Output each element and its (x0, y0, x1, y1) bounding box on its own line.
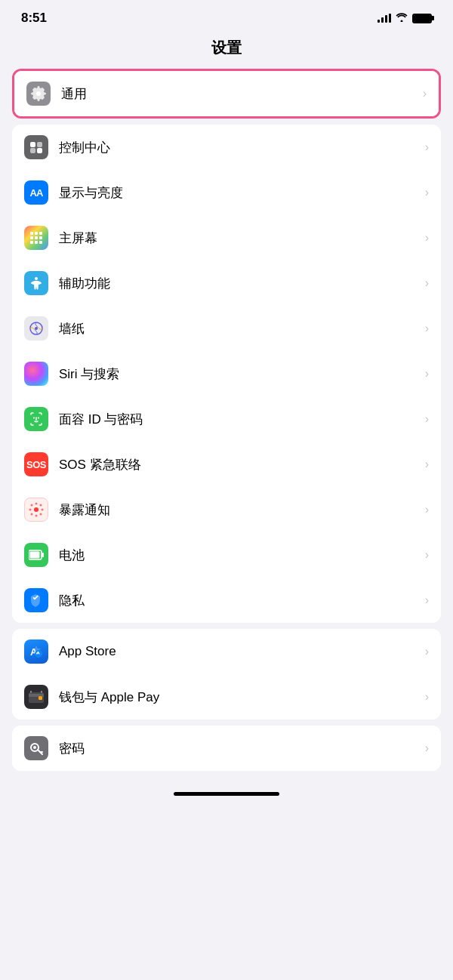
gear-icon (26, 82, 51, 106)
sidebar-item-display[interactable]: AA 显示与亮度 › (12, 170, 441, 215)
sidebar-item-wallet[interactable]: 钱包与 Apple Pay › (12, 674, 441, 720)
sidebar-item-battery[interactable]: 电池 › (12, 532, 441, 578)
display-label: 显示与亮度 (59, 184, 421, 202)
chevron-icon: › (425, 186, 429, 199)
svg-rect-9 (39, 236, 42, 239)
display-icon: AA (24, 180, 48, 205)
privacy-label: 隐私 (59, 592, 421, 609)
chevron-icon: › (425, 367, 429, 381)
svg-rect-7 (30, 236, 33, 239)
homescreen-icon (24, 226, 48, 250)
svg-point-19 (40, 504, 42, 507)
chevron-icon: › (425, 503, 429, 516)
svg-point-17 (31, 504, 33, 507)
wallet-label: 钱包与 Apple Pay (59, 689, 421, 706)
sidebar-item-accessibility[interactable]: 辅助功能 › (12, 260, 441, 306)
general-label: 通用 (61, 85, 418, 103)
svg-rect-8 (35, 236, 38, 239)
sos-icon: SOS (24, 452, 48, 476)
passwords-label: 密码 (59, 740, 421, 757)
accessibility-icon (24, 271, 48, 295)
sidebar-item-exposure[interactable]: 暴露通知 › (12, 487, 441, 532)
chevron-icon: › (425, 458, 429, 471)
sidebar-item-app-store[interactable]: A App Store › (12, 629, 441, 674)
svg-point-15 (35, 327, 38, 330)
control-center-label: 控制中心 (59, 139, 421, 156)
wallpaper-label: 墙纸 (59, 320, 421, 337)
sidebar-item-control-center[interactable]: 控制中心 › (12, 125, 441, 170)
svg-point-23 (31, 513, 33, 516)
chevron-icon: › (425, 276, 429, 290)
svg-rect-12 (39, 241, 42, 244)
chevron-icon: › (423, 87, 427, 100)
sidebar-item-general[interactable]: 通用 › (14, 71, 439, 116)
password-section: 密码 › (12, 726, 441, 771)
chevron-icon: › (425, 231, 429, 245)
appstore-icon: A (24, 639, 48, 664)
svg-point-29 (35, 650, 42, 658)
exposure-icon (24, 498, 48, 522)
status-bar: 8:51 (0, 0, 453, 32)
accessibility-label: 辅助功能 (59, 275, 421, 292)
svg-point-18 (35, 503, 38, 505)
sidebar-item-privacy[interactable]: 隐私 › (12, 578, 441, 623)
app-store-label: App Store (59, 644, 421, 659)
sidebar-item-home-screen[interactable]: 主屏幕 › (12, 215, 441, 260)
wallpaper-icon (24, 316, 48, 341)
svg-point-34 (33, 746, 36, 749)
sidebar-item-sos[interactable]: SOS SOS 紧急联络 › (12, 442, 441, 487)
face-id-icon (24, 407, 48, 431)
sidebar-item-face-id[interactable]: 面容 ID 与密码 › (12, 396, 441, 442)
svg-rect-3 (37, 148, 42, 153)
status-icons (378, 12, 432, 24)
status-time: 8:51 (21, 11, 47, 26)
signal-icon (378, 14, 391, 23)
chevron-icon: › (425, 593, 429, 607)
chevron-icon: › (425, 690, 429, 704)
face-id-label: 面容 ID 与密码 (59, 411, 421, 428)
sidebar-item-wallpaper[interactable]: 墙纸 › (12, 306, 441, 351)
home-screen-label: 主屏幕 (59, 230, 421, 247)
battery-settings-icon (24, 543, 48, 567)
svg-rect-5 (35, 232, 38, 235)
home-indicator (174, 792, 279, 796)
store-section: A App Store › 钱包与 Apple Pay › (12, 629, 441, 720)
sidebar-item-passwords[interactable]: 密码 › (12, 726, 441, 771)
chevron-icon: › (425, 645, 429, 658)
svg-rect-11 (35, 241, 38, 244)
svg-rect-2 (30, 148, 35, 153)
svg-point-22 (35, 515, 38, 517)
svg-point-21 (40, 513, 42, 516)
siri-icon (24, 362, 48, 386)
general-section: 通用 › (12, 69, 441, 119)
main-section: 控制中心 › AA 显示与亮度 › 主屏幕 › (12, 125, 441, 623)
svg-rect-6 (39, 232, 42, 235)
chevron-icon: › (425, 741, 429, 755)
sidebar-item-siri[interactable]: Siri 与搜索 › (12, 351, 441, 396)
sos-label: SOS 紧急联络 (59, 456, 421, 473)
svg-rect-26 (42, 553, 44, 557)
chevron-icon: › (425, 548, 429, 562)
svg-rect-27 (30, 552, 40, 559)
wifi-icon (396, 12, 408, 24)
svg-rect-0 (30, 142, 35, 147)
svg-rect-10 (30, 241, 33, 244)
privacy-icon (24, 588, 48, 612)
toggle-icon (24, 135, 48, 159)
battery-label: 电池 (59, 547, 421, 564)
chevron-icon: › (425, 140, 429, 154)
wallet-icon (24, 685, 48, 709)
svg-rect-1 (37, 142, 42, 147)
svg-point-16 (34, 507, 39, 512)
svg-point-13 (35, 277, 38, 280)
exposure-label: 暴露通知 (59, 501, 421, 519)
svg-point-20 (42, 509, 44, 511)
svg-point-24 (29, 509, 32, 511)
page-title: 设置 (0, 32, 453, 69)
chevron-icon: › (425, 322, 429, 335)
svg-rect-32 (39, 696, 42, 700)
key-icon (24, 736, 48, 760)
chevron-icon: › (425, 412, 429, 426)
svg-rect-4 (30, 232, 33, 235)
battery-icon (412, 14, 432, 23)
